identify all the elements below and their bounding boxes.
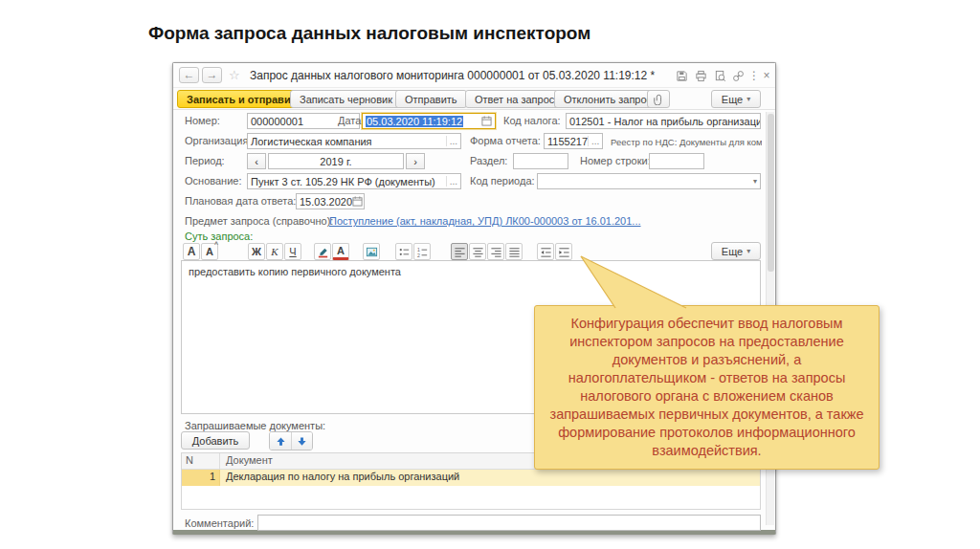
more-button-top[interactable]: Еще▾ [711, 90, 761, 108]
line-number-label: Номер строки: [580, 153, 651, 169]
choose-button[interactable]: ... [446, 176, 457, 187]
date-selected-text: 05.03.2020 11:19:12 [366, 116, 463, 127]
period-code-label: Код периода: [470, 173, 535, 189]
tax-code-combo[interactable]: 012501 - Налог на прибыль организаций ▾ [566, 113, 761, 129]
font-button[interactable]: А [183, 243, 200, 260]
callout-pointer [533, 254, 696, 310]
scrollbar-thumb[interactable] [768, 114, 774, 272]
favorite-star-icon[interactable]: ☆ [229, 68, 240, 82]
preview-icon[interactable] [713, 69, 726, 82]
align-justify-icon [508, 246, 521, 258]
calendar-icon[interactable] [481, 116, 492, 126]
move-up-button[interactable] [270, 432, 291, 450]
decline-request-button[interactable]: Отклонить запрос [554, 90, 661, 108]
answer-request-button[interactable]: Ответ на запрос [465, 90, 564, 108]
save-draft-button[interactable]: Записать черновик [290, 90, 402, 108]
section-label: Раздел: [470, 153, 507, 169]
window-titlebar: ← → ☆ Запрос данных налогового мониторин… [173, 63, 775, 88]
align-right-icon [490, 246, 502, 258]
align-left-icon [454, 246, 466, 258]
attachment-button[interactable] [647, 90, 670, 108]
page-title: Форма запроса данных налоговым инспектор… [148, 23, 590, 44]
row-number-cell: 1 [182, 470, 220, 486]
page: Форма запроса данных налоговым инспектор… [0, 0, 980, 549]
chevron-down-icon: ▾ [746, 95, 750, 103]
arrow-up-icon [276, 436, 286, 447]
window-title: Запрос данных налогового мониторинга 000… [250, 69, 655, 82]
essence-section-label: Суть запроса: [185, 231, 253, 242]
chevron-down-icon: ▾ [746, 247, 750, 255]
date-label: Дата: [338, 113, 359, 129]
period-label: Период: [185, 153, 225, 169]
report-form-label: Форма отчета: [470, 133, 541, 149]
calendar-icon[interactable] [352, 196, 363, 207]
period-prev-button[interactable]: ‹ [247, 153, 266, 169]
font-color-button[interactable]: А [332, 243, 349, 260]
organization-field[interactable]: Логистическая компания ... [247, 133, 461, 149]
reorder-buttons [269, 431, 313, 450]
move-down-button[interactable] [291, 432, 312, 450]
planned-date-field[interactable]: 15.03.2020 [296, 193, 365, 209]
column-n: N [182, 453, 220, 469]
align-left-button[interactable] [451, 243, 468, 260]
date-field[interactable]: 05.03.2020 11:19:12 [362, 113, 496, 129]
bullet-list-icon [398, 246, 411, 258]
organization-label: Организация: [185, 133, 251, 149]
insert-image-button[interactable] [363, 243, 380, 260]
row-document-cell: Декларация по налогу на прибыль организа… [220, 470, 760, 486]
report-form-field[interactable]: 1155217 ... [544, 133, 603, 149]
image-icon [366, 246, 378, 258]
choose-button[interactable]: ... [446, 136, 457, 146]
annotation-text: Конфигурация обеспечит ввод налоговым ин… [548, 315, 865, 460]
bullet-list-button[interactable] [395, 243, 412, 260]
highlighter-icon [317, 246, 329, 258]
choose-button[interactable]: ... [588, 136, 599, 146]
send-button[interactable]: Отправить [395, 90, 467, 108]
chevron-down-icon[interactable]: ▾ [750, 177, 757, 186]
numbered-list-icon: 12 [416, 246, 429, 258]
subject-label: Предмет запроса (справочно): [185, 213, 333, 230]
table-row[interactable]: 1 Декларация по налогу на прибыль органи… [182, 470, 760, 486]
annotation-callout: Конфигурация обеспечит ввод налоговым ин… [534, 305, 880, 470]
numbered-list-button[interactable]: 12 [413, 243, 431, 260]
get-link-icon[interactable] [731, 69, 745, 82]
basis-field[interactable]: Пункт 3 ст. 105.29 НК РФ (документы) ... [247, 173, 461, 189]
section-field[interactable] [513, 153, 568, 169]
period-field[interactable]: 2019 г. [268, 153, 404, 169]
subject-link[interactable]: Поступление (акт, накладная, УПД) ЛК00-0… [329, 214, 641, 229]
print-icon[interactable] [694, 69, 707, 82]
basis-label: Основание: [185, 173, 241, 189]
align-center-icon [472, 246, 484, 258]
comment-label: Комментарий: [185, 516, 254, 532]
highlight-color-button[interactable] [314, 243, 331, 260]
command-bar: Записать и отправить Записать черновик О… [173, 88, 775, 110]
essence-text: предоставить копию первичного документа [189, 266, 401, 277]
planned-date-label: Плановая дата ответа: [185, 193, 296, 209]
save-icon[interactable] [675, 69, 688, 82]
svg-text:2: 2 [416, 252, 419, 257]
paperclip-icon [653, 94, 664, 105]
add-document-button[interactable]: Добавить [181, 431, 250, 450]
menu-dots-icon[interactable]: ⋮ [747, 69, 761, 82]
line-number-field[interactable] [649, 153, 704, 169]
period-code-combo[interactable]: ▾ [537, 173, 761, 189]
bold-button[interactable]: Ж [248, 243, 265, 260]
arrow-down-icon [297, 436, 307, 447]
italic-button[interactable]: К [266, 243, 283, 260]
font-size-increase-button[interactable]: А [201, 243, 218, 260]
back-button[interactable]: ← [179, 67, 199, 83]
align-center-button[interactable] [469, 243, 486, 260]
comment-field[interactable] [257, 515, 761, 531]
number-label: Номер: [185, 113, 220, 129]
period-next-button[interactable]: › [406, 153, 425, 169]
forward-button[interactable]: → [202, 67, 222, 83]
align-justify-button[interactable] [505, 243, 523, 260]
close-icon[interactable]: × [760, 69, 773, 82]
underline-button[interactable]: Ч [284, 243, 301, 260]
align-right-button[interactable] [487, 243, 504, 260]
more-button-essence[interactable]: Еще▾ [711, 242, 761, 260]
tax-code-label: Код налога: [503, 113, 561, 129]
vat-registry-text[interactable]: Реестр по НДС: Документы для компенсации… [611, 134, 762, 150]
